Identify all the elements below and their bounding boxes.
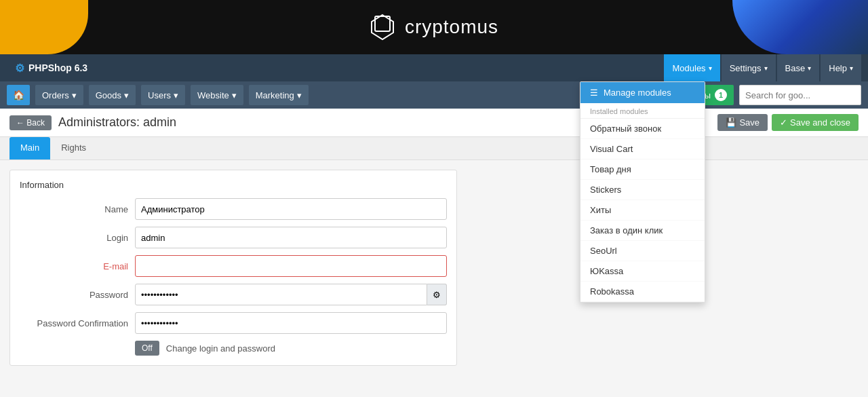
modules-button[interactable]: Modules ▾: [664, 54, 719, 81]
logo-text: cryptomus: [405, 16, 498, 38]
password-label: Password: [20, 290, 128, 300]
login-label: Login: [20, 233, 128, 243]
settings-arrow-icon: ▾: [764, 64, 768, 72]
section-title: Information: [20, 180, 447, 190]
home-button[interactable]: 🏠: [7, 85, 30, 105]
login-row: Login: [20, 227, 447, 248]
base-arrow-icon: ▾: [808, 64, 811, 72]
settings-button[interactable]: Settings ▾: [722, 54, 776, 81]
gear-icon: ⚙: [15, 62, 24, 75]
admin-title: PHPShop 6.3: [28, 62, 87, 73]
marketing-arrow-icon: ▾: [297, 90, 302, 100]
module-item-6[interactable]: SeoUrl: [580, 241, 705, 261]
password-input[interactable]: [135, 284, 427, 305]
tabs-row: Main Rights: [0, 137, 868, 160]
top-nav: ⚙ PHPShop 6.3 Modules ▾ Settings ▾ Base …: [0, 54, 868, 81]
admin-panel: ⚙ PHPShop 6.3 Modules ▾ Settings ▾ Base …: [0, 54, 868, 397]
goods-button[interactable]: Goods ▾: [89, 85, 136, 105]
marketing-button[interactable]: Marketing ▾: [249, 85, 309, 105]
tab-main[interactable]: Main: [9, 137, 50, 159]
name-label: Name: [20, 204, 128, 214]
back-button[interactable]: ← Back: [9, 115, 52, 130]
module-item-7[interactable]: ЮKassa: [580, 261, 705, 282]
logo-area: cryptomus: [370, 14, 498, 41]
second-nav: 🏠 Orders ▾ Goods ▾ Users ▾ Website ▾ Mar…: [0, 81, 868, 109]
toggle-button[interactable]: Off: [135, 341, 159, 356]
website-button[interactable]: Website ▾: [191, 85, 243, 105]
email-row: E-mail: [20, 255, 447, 277]
logo-icon: [370, 14, 397, 41]
password-confirm-label: Password Confirmation: [20, 318, 128, 328]
password-confirm-input[interactable]: [135, 312, 447, 334]
cart-badge: 1: [715, 89, 727, 101]
email-label: E-mail: [20, 261, 128, 271]
checkmark-icon: ✓: [780, 117, 787, 128]
module-item-5[interactable]: Заказ в один клик: [580, 221, 705, 241]
users-button[interactable]: Users ▾: [141, 85, 185, 105]
help-button[interactable]: Help ▾: [821, 54, 861, 81]
action-buttons: 💾 Save ✓ Save and close: [717, 114, 859, 131]
base-button[interactable]: Base ▾: [777, 54, 820, 81]
page-header: ← Back Administrators: admin 💾 Save ✓ Sa…: [0, 109, 868, 137]
password-toggle-button[interactable]: ⚙: [427, 284, 447, 305]
password-input-group: ⚙: [135, 284, 447, 305]
password-confirm-row: Password Confirmation: [20, 312, 447, 334]
website-arrow-icon: ▾: [232, 90, 237, 100]
module-item-0[interactable]: Обратный звонок: [580, 119, 705, 139]
help-arrow-icon: ▾: [850, 64, 853, 72]
orders-arrow-icon: ▾: [72, 90, 77, 100]
toggle-label: Change login and password: [166, 343, 275, 354]
save-close-button[interactable]: ✓ Save and close: [772, 114, 859, 131]
orders-button[interactable]: Orders ▾: [35, 85, 83, 105]
module-item-1[interactable]: Visual Cart: [580, 139, 705, 159]
module-item-4[interactable]: Хиты: [580, 200, 705, 221]
menu-icon: ☰: [590, 88, 598, 98]
users-arrow-icon: ▾: [174, 90, 178, 100]
name-input[interactable]: [135, 198, 447, 220]
modules-dropdown: ☰ Manage modules Installed modules Обрат…: [580, 81, 705, 303]
tab-rights[interactable]: Rights: [50, 137, 97, 159]
search-input[interactable]: [739, 85, 861, 105]
toggle-row: Off Change login and password: [20, 341, 447, 356]
nav-right: Modules ▾ Settings ▾ Base ▾ Help ▾: [664, 54, 861, 81]
save-icon: 💾: [726, 117, 736, 128]
module-item-2[interactable]: Товар дня: [580, 159, 705, 180]
brand-section: ⚙ PHPShop 6.3: [7, 62, 96, 75]
gear-small-icon: ⚙: [433, 290, 441, 300]
form-section: Information Name Login E-mail Password: [9, 170, 457, 366]
save-button[interactable]: 💾 Save: [717, 114, 768, 131]
module-item-8[interactable]: Robokassa: [580, 282, 705, 302]
module-item-3[interactable]: Stickers: [580, 180, 705, 200]
modules-arrow-icon: ▾: [709, 64, 712, 72]
email-input[interactable]: [135, 255, 447, 277]
password-row: Password ⚙: [20, 284, 447, 305]
goods-arrow-icon: ▾: [124, 90, 129, 100]
top-banner: cryptomus: [0, 0, 868, 54]
manage-modules-item[interactable]: ☰ Manage modules: [580, 82, 705, 103]
form-area: Information Name Login E-mail Password: [0, 160, 868, 375]
name-row: Name: [20, 198, 447, 220]
login-input[interactable]: [135, 227, 447, 248]
installed-modules-label: Installed modules: [580, 103, 705, 119]
